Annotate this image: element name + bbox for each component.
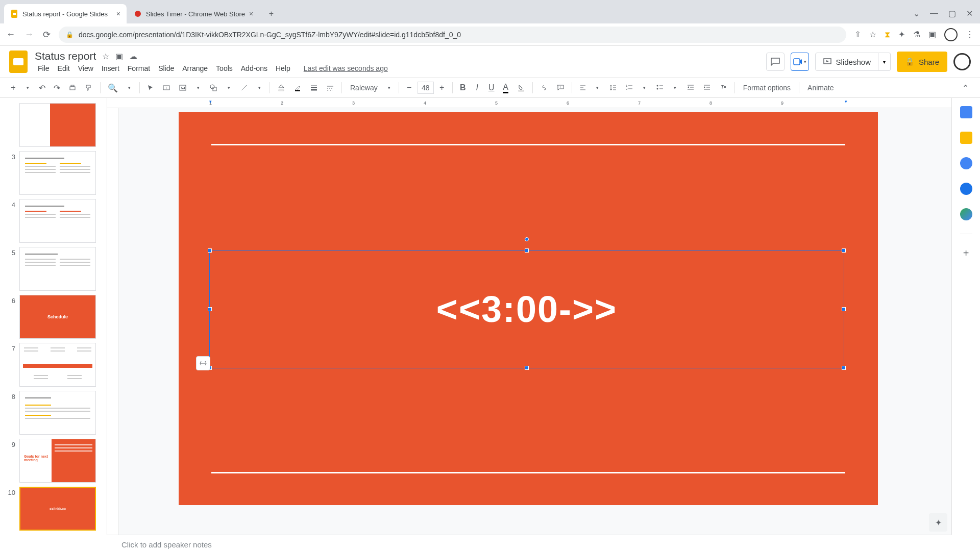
textbox-tool[interactable]: T — [159, 81, 174, 95]
add-app-button[interactable]: + — [963, 247, 969, 259]
thumb-row[interactable]: 5 — [0, 245, 107, 293]
animate-button[interactable]: Animate — [803, 84, 838, 92]
thumb-row[interactable]: 4 — [0, 197, 107, 245]
resize-handle[interactable] — [842, 307, 846, 311]
last-edit-link[interactable]: Last edit was seconds ago — [301, 63, 391, 73]
tasks-app-icon[interactable] — [960, 157, 972, 169]
print-button[interactable] — [65, 81, 80, 95]
share-button[interactable]: 🔒 Share — [897, 52, 947, 72]
slide-thumb[interactable] — [19, 343, 96, 387]
chevron-down-icon[interactable]: ⌄ — [913, 9, 920, 18]
underline-button[interactable]: U — [485, 81, 498, 95]
reload-icon[interactable]: ⟳ — [43, 29, 51, 40]
slideshow-dropdown[interactable]: ▾ — [878, 53, 891, 71]
browser-tab-active[interactable]: Status report - Google Slides × — [4, 4, 127, 23]
thumb-row[interactable]: 7 — [0, 341, 107, 389]
menu-view[interactable]: View — [75, 63, 96, 73]
border-dash-button[interactable] — [323, 81, 337, 95]
extensions-icon[interactable]: ✦ — [898, 30, 905, 39]
browser-tab-inactive[interactable]: Slides Timer - Chrome Web Store × — [128, 4, 259, 23]
resize-handle[interactable] — [208, 307, 212, 311]
slide-thumb[interactable] — [19, 103, 96, 147]
line-spacing-button[interactable] — [606, 81, 620, 95]
slides-logo[interactable] — [9, 51, 28, 73]
redo-button[interactable]: ↷ — [51, 81, 63, 95]
thumb-row[interactable]: 9 Goals for next meeting — [0, 437, 107, 485]
slide-thumbnail-panel[interactable]: 3 4 5 6 Schedule 7 8 9 Goals for next me… — [0, 98, 107, 535]
font-family-select[interactable]: Raleway▾ — [346, 84, 395, 92]
thumb-row[interactable] — [0, 101, 107, 149]
maps-app-icon[interactable] — [960, 208, 972, 220]
contacts-app-icon[interactable] — [960, 183, 972, 195]
textbox-selection[interactable]: <<3:00->> — [209, 250, 844, 368]
profile-avatar[interactable] — [944, 28, 958, 41]
cloud-status-icon[interactable]: ☁ — [129, 52, 137, 61]
bullet-list-button[interactable] — [653, 81, 667, 95]
user-avatar[interactable] — [953, 53, 971, 70]
highlight-button[interactable] — [514, 81, 528, 95]
indent-increase-button[interactable] — [700, 81, 714, 95]
meet-button[interactable]: ▾ — [791, 53, 809, 71]
star-icon[interactable]: ☆ — [102, 52, 109, 61]
menu-arrange[interactable]: Arrange — [179, 63, 211, 73]
forward-icon[interactable]: → — [24, 29, 34, 40]
slide-thumb[interactable] — [19, 247, 96, 291]
thumb-row[interactable]: 10 <<3:00->> — [0, 485, 107, 533]
indent-decrease-button[interactable] — [683, 81, 698, 95]
numbered-list-dropdown[interactable]: ▾ — [639, 81, 651, 95]
menu-insert[interactable]: Insert — [99, 63, 122, 73]
font-size-input[interactable]: 48 — [418, 82, 434, 94]
zoom-dropdown[interactable]: ▾ — [123, 81, 135, 95]
resize-handle[interactable] — [208, 248, 212, 253]
shape-dropdown[interactable]: ▾ — [223, 81, 235, 95]
link-button[interactable] — [537, 81, 551, 95]
explore-button[interactable]: ✦ — [929, 513, 947, 532]
new-slide-button[interactable]: + — [7, 81, 19, 95]
indent-marker-icon[interactable]: ▾ — [209, 99, 212, 104]
paint-format-button[interactable] — [82, 81, 96, 95]
slideshow-button[interactable]: Slideshow — [815, 53, 878, 71]
menu-edit[interactable]: Edit — [55, 63, 73, 73]
minimize-icon[interactable]: — — [930, 9, 938, 18]
clear-formatting-button[interactable]: T — [716, 81, 730, 95]
comment-button[interactable]: + — [553, 81, 568, 95]
doc-title[interactable]: Status report — [35, 50, 96, 62]
numbered-list-button[interactable]: 12 — [622, 81, 636, 95]
font-size-decrease[interactable]: − — [403, 81, 415, 95]
resize-handle[interactable] — [842, 366, 846, 370]
image-tool[interactable] — [176, 81, 190, 95]
line-tool[interactable] — [237, 81, 251, 95]
close-icon[interactable]: × — [249, 10, 253, 18]
border-color-button[interactable] — [290, 81, 305, 95]
line-dropdown[interactable]: ▾ — [253, 81, 265, 95]
extension-timer-icon[interactable]: ⧗ — [885, 30, 890, 39]
menu-format[interactable]: Format — [125, 63, 153, 73]
extension-lab-icon[interactable]: ⚗ — [913, 30, 920, 39]
italic-button[interactable]: I — [471, 81, 483, 95]
slide-thumb[interactable] — [19, 391, 96, 435]
text-color-button[interactable]: A — [500, 81, 512, 95]
slide-thumb[interactable] — [19, 199, 96, 243]
back-icon[interactable]: ← — [6, 29, 15, 40]
menu-file[interactable]: File — [35, 63, 53, 73]
thumb-row[interactable]: 6 Schedule — [0, 293, 107, 341]
align-button[interactable] — [576, 81, 590, 95]
bold-button[interactable]: B — [457, 81, 469, 95]
maximize-icon[interactable]: ▢ — [948, 9, 956, 18]
thumb-row[interactable]: 3 — [0, 149, 107, 197]
speaker-notes[interactable]: Click to add speaker notes — [107, 535, 951, 551]
timer-text[interactable]: <<3:00->> — [436, 288, 617, 330]
slide-thumb[interactable]: Schedule — [19, 295, 96, 339]
indent-marker-icon[interactable]: ▾ — [845, 99, 847, 104]
bullet-list-dropdown[interactable]: ▾ — [669, 81, 681, 95]
comments-button[interactable] — [766, 53, 785, 71]
autofit-button[interactable] — [196, 356, 210, 370]
fill-color-button[interactable] — [274, 81, 288, 95]
url-input[interactable]: 🔒 docs.google.com/presentation/d/1D3IKt-… — [59, 27, 846, 43]
chrome-menu-icon[interactable]: ⋮ — [966, 30, 974, 39]
shape-tool[interactable] — [206, 81, 220, 95]
border-weight-button[interactable] — [307, 81, 321, 95]
slide-thumb-selected[interactable]: <<3:00->> — [19, 487, 96, 531]
share-page-icon[interactable]: ⇧ — [854, 30, 861, 39]
undo-button[interactable]: ↶ — [36, 81, 48, 95]
